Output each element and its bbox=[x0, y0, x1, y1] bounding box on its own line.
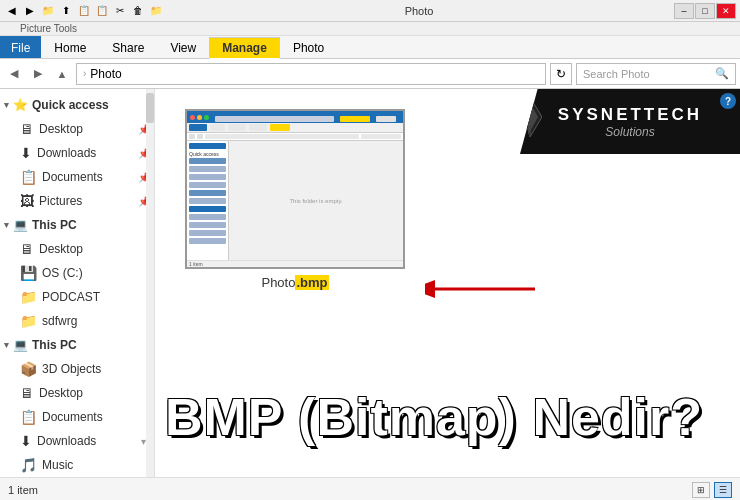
red-arrow bbox=[425, 274, 545, 304]
address-path-box[interactable]: › Photo bbox=[76, 63, 546, 85]
arrow-container bbox=[425, 274, 545, 307]
title-path: Photo bbox=[164, 5, 674, 17]
tab-view[interactable]: View bbox=[157, 36, 209, 58]
this-pc-header[interactable]: ▾ 💻 This PC bbox=[0, 213, 154, 237]
nav-up-button[interactable]: ▲ bbox=[52, 64, 72, 84]
tab-manage[interactable]: Manage bbox=[209, 37, 280, 59]
sidebar-item-desktop-pc[interactable]: 🖥 Desktop bbox=[0, 237, 154, 261]
pc-chevron-icon: ▾ bbox=[4, 220, 9, 230]
sidebar-item-pictures-qa[interactable]: 🖼 Pictures 📌 bbox=[0, 189, 154, 213]
sidebar-label-desktop2: Desktop bbox=[39, 386, 83, 400]
sidebar-item-sdfwrg[interactable]: 📁 sdfwrg bbox=[0, 309, 154, 333]
documents-icon: 📋 bbox=[20, 169, 37, 185]
sidebar-item-downloads-pc[interactable]: ⬇ Downloads bbox=[0, 429, 154, 453]
file-container: Quick access bbox=[185, 109, 405, 290]
big-text: BMP (Bitmap) Nedir? bbox=[165, 387, 703, 447]
search-icon: 🔍 bbox=[715, 67, 729, 80]
sidebar-label-documents-pc: Documents bbox=[42, 410, 103, 424]
desktop2-icon: 🖥 bbox=[20, 385, 34, 401]
desktop-icon: 🖥 bbox=[20, 121, 34, 137]
tab-share[interactable]: Share bbox=[99, 36, 157, 58]
sidebar-item-desktop-qa[interactable]: 🖥 Desktop 📌 bbox=[0, 117, 154, 141]
tb-up-icon[interactable]: ⬆ bbox=[58, 3, 74, 19]
tab-home[interactable]: Home bbox=[41, 36, 99, 58]
pc-icon: 💻 bbox=[13, 218, 28, 232]
tb-folder-icon: 📁 bbox=[40, 3, 56, 19]
item-count: 1 item bbox=[8, 484, 38, 496]
status-right: ⊞ ☰ bbox=[692, 482, 732, 498]
pc2-icon: 💻 bbox=[13, 338, 28, 352]
sidebar-scroll[interactable]: ▾ ⭐ Quick access 🖥 Desktop 📌 ⬇ Downloads… bbox=[0, 93, 154, 477]
sidebar-item-documents-qa[interactable]: 📋 Documents 📌 bbox=[0, 165, 154, 189]
tb-delete-icon[interactable]: 🗑 bbox=[130, 3, 146, 19]
search-box[interactable]: Search Photo 🔍 bbox=[576, 63, 736, 85]
documents-pc-icon: 📋 bbox=[20, 409, 37, 425]
logo-arrow-shape bbox=[502, 97, 542, 140]
quick-access-header[interactable]: ▾ ⭐ Quick access bbox=[0, 93, 154, 117]
tb-back-icon[interactable]: ◀ bbox=[4, 3, 20, 19]
title-bar: ◀ ▶ 📁 ⬆ 📋 📋 ✂ 🗑 📁 Photo – □ ✕ bbox=[0, 0, 740, 22]
maximize-button[interactable]: □ bbox=[695, 3, 715, 19]
refresh-button[interactable]: ↻ bbox=[550, 63, 572, 85]
sidebar-item-podcast[interactable]: 📁 PODCAST bbox=[0, 285, 154, 309]
sidebar-label-desktop-qa: Desktop bbox=[39, 122, 83, 136]
sidebar: ▾ ⭐ Quick access 🖥 Desktop 📌 ⬇ Downloads… bbox=[0, 89, 155, 477]
logo-area: SYSNETTECH Solutions ? bbox=[520, 89, 740, 154]
file-ext-highlight: .bmp bbox=[295, 275, 328, 290]
quick-access-icon: ⭐ bbox=[13, 98, 28, 112]
close-button[interactable]: ✕ bbox=[716, 3, 736, 19]
tb-new-folder-icon[interactable]: 📁 bbox=[148, 3, 164, 19]
address-bar: ◀ ▶ ▲ › Photo ↻ Search Photo 🔍 bbox=[0, 59, 740, 89]
help-icon[interactable]: ? bbox=[720, 93, 736, 109]
sidebar-label-pictures-qa: Pictures bbox=[39, 194, 82, 208]
this-pc-header2[interactable]: ▾ 💻 This PC bbox=[0, 333, 154, 357]
search-placeholder: Search Photo bbox=[583, 68, 650, 80]
sidebar-item-music[interactable]: 🎵 Music bbox=[0, 453, 154, 477]
file-thumbnail: Quick access bbox=[185, 109, 405, 269]
titlebar-icons: ◀ ▶ 📁 ⬆ 📋 📋 ✂ 🗑 📁 bbox=[4, 3, 164, 19]
sidebar-label-desktop-pc: Desktop bbox=[39, 242, 83, 256]
file-label: Photo.bmp bbox=[261, 275, 328, 290]
picture-tools-label: Picture Tools bbox=[0, 23, 97, 34]
sidebar-item-3dobjects[interactable]: 📦 3D Objects bbox=[0, 357, 154, 381]
this-pc-label: This PC bbox=[32, 218, 77, 232]
sidebar-label-downloads-qa: Downloads bbox=[37, 146, 96, 160]
sidebar-label-3d: 3D Objects bbox=[42, 362, 101, 376]
sidebar-label-documents-qa: Documents bbox=[42, 170, 103, 184]
sidebar-item-documents-pc[interactable]: 📋 Documents bbox=[0, 405, 154, 429]
music-icon: 🎵 bbox=[20, 457, 37, 473]
sidebar-label-sdfwrg: sdfwrg bbox=[42, 314, 77, 328]
3d-icon: 📦 bbox=[20, 361, 37, 377]
sidebar-item-osc[interactable]: 💾 OS (C:) bbox=[0, 261, 154, 285]
sidebar-label-downloads-pc: Downloads bbox=[37, 434, 96, 448]
address-path-text: Photo bbox=[90, 67, 121, 81]
thumb-titlebar bbox=[187, 111, 403, 123]
tb-paste-icon[interactable]: 📋 bbox=[94, 3, 110, 19]
tb-cut-icon[interactable]: ✂ bbox=[112, 3, 128, 19]
content-area: Quick access bbox=[155, 89, 740, 477]
sidebar-label-podcast: PODCAST bbox=[42, 290, 100, 304]
nav-forward-button[interactable]: ▶ bbox=[28, 64, 48, 84]
thumb-dot-yellow bbox=[197, 115, 202, 120]
logo-line2: Solutions bbox=[605, 125, 654, 139]
osc-icon: 💾 bbox=[20, 265, 37, 281]
downloads-pc-icon: ⬇ bbox=[20, 433, 32, 449]
file-name-text: Photo bbox=[261, 275, 295, 290]
tb-forward-icon[interactable]: ▶ bbox=[22, 3, 38, 19]
sdfwrg-icon: 📁 bbox=[20, 313, 37, 329]
this-pc-label2: This PC bbox=[32, 338, 77, 352]
tb-copy-icon[interactable]: 📋 bbox=[76, 3, 92, 19]
nav-back-button[interactable]: ◀ bbox=[4, 64, 24, 84]
view-details-button[interactable]: ☰ bbox=[714, 482, 732, 498]
podcast-icon: 📁 bbox=[20, 289, 37, 305]
minimize-button[interactable]: – bbox=[674, 3, 694, 19]
view-large-icons-button[interactable]: ⊞ bbox=[692, 482, 710, 498]
ribbon: Picture Tools File Home Share View Manag… bbox=[0, 22, 740, 59]
sidebar-label-music: Music bbox=[42, 458, 73, 472]
ribbon-super-row: Picture Tools bbox=[0, 22, 740, 36]
sidebar-item-downloads-qa[interactable]: ⬇ Downloads 📌 bbox=[0, 141, 154, 165]
sidebar-item-desktop-pc2[interactable]: 🖥 Desktop bbox=[0, 381, 154, 405]
tab-photo[interactable]: Photo bbox=[280, 36, 337, 58]
tab-file[interactable]: File bbox=[0, 36, 41, 58]
main-area: ▾ ⭐ Quick access 🖥 Desktop 📌 ⬇ Downloads… bbox=[0, 89, 740, 477]
